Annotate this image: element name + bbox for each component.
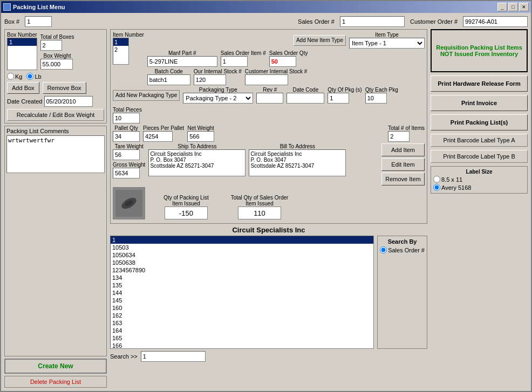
print-packing-button[interactable]: Print Packing List(s) xyxy=(431,114,528,130)
list-item[interactable]: 144 xyxy=(111,289,373,297)
item-number-list[interactable]: 1 2 xyxy=(113,38,129,65)
net-weight-input[interactable]: 566 xyxy=(187,131,214,142)
label-8511-radio[interactable] xyxy=(433,176,440,183)
remove-item-button[interactable]: Remove Item xyxy=(381,173,425,185)
customer-internal-stock-input[interactable] xyxy=(245,74,288,85)
add-new-packaging-button[interactable]: Add New Packaging Type xyxy=(113,90,180,101)
list-item[interactable]: 1 xyxy=(111,236,373,244)
rev-input[interactable] xyxy=(256,93,283,104)
title-bar: Packing List Menu _ □ ✕ xyxy=(1,1,531,13)
list-item[interactable]: 165 xyxy=(111,334,373,342)
box-list-item[interactable]: 1 xyxy=(8,38,37,46)
total-boxes-input[interactable]: 2 xyxy=(40,40,62,51)
qty-issued-value: -150 xyxy=(165,207,208,219)
main-window: Packing List Menu _ □ ✕ Box # 1 Sales Or… xyxy=(0,0,532,392)
pallet-qty-input[interactable]: 34 xyxy=(113,131,140,142)
qty-each-pkg-label: Qty Each Pkg xyxy=(365,87,398,93)
delete-packing-list-button[interactable]: Delete Packing List xyxy=(4,376,107,388)
order-list[interactable]: 1 10503 1050634 1050638 1234567890 134 1… xyxy=(110,236,374,349)
minimize-button[interactable]: _ xyxy=(497,3,507,11)
box-number-col-label: Box Number xyxy=(7,32,37,38)
sales-order-item-input[interactable]: 1 xyxy=(221,56,248,67)
customer-order-label: Customer Order # xyxy=(410,18,458,25)
list-item[interactable]: 164 xyxy=(111,327,373,334)
list-item[interactable]: 162 xyxy=(111,312,373,319)
maximize-button[interactable]: □ xyxy=(508,3,518,11)
comments-textarea[interactable] xyxy=(6,135,105,173)
box-weight-input[interactable]: 55.000 xyxy=(40,59,73,70)
add-new-item-type-button[interactable]: Add New Item Type xyxy=(294,35,346,46)
print-invoice-button[interactable]: Print Invoice xyxy=(431,95,528,111)
sales-order-label: Sales Order # xyxy=(298,18,335,25)
gross-weight-input[interactable]: 5634 xyxy=(113,168,140,178)
packaging-type-select[interactable]: Packaging Type - 2 xyxy=(183,93,253,104)
left-panel: Box Number 1 Total of Boxes 2 Box Weight… xyxy=(4,29,107,388)
add-item-button[interactable]: Add Item xyxy=(381,143,425,156)
qty-each-pkg-input[interactable]: 10 xyxy=(365,93,387,104)
box-number-input[interactable]: 1 xyxy=(25,16,52,27)
sales-order-input[interactable]: 1 xyxy=(340,16,405,27)
search-input[interactable]: 1 xyxy=(141,351,206,362)
list-item[interactable]: 160 xyxy=(111,304,373,312)
list-item[interactable]: 166 xyxy=(111,342,373,349)
bill-to-address: Circuit Specialists IncP. O. Box 3047Sco… xyxy=(249,149,346,176)
gross-weight-label: Gross Weight xyxy=(113,162,145,168)
date-created-input[interactable]: 05/20/2010 xyxy=(44,96,93,107)
list-item[interactable]: 134 xyxy=(111,274,373,281)
total-items-input[interactable]: 2 xyxy=(388,131,410,142)
customer-order-input[interactable]: 992746-A01 xyxy=(463,16,528,27)
batch-code-input[interactable]: batch1 xyxy=(147,74,190,85)
label-size-group: Label Size 8.5 x 11 Avery 5168 xyxy=(431,166,528,194)
lb-radio-label: Lb xyxy=(26,73,41,80)
manf-part-input[interactable]: 5-297LINE xyxy=(147,56,217,67)
print-hardware-button[interactable]: Print Hardware Release Form xyxy=(431,75,528,92)
item-number-item[interactable]: 1 xyxy=(113,38,128,46)
item-type-select[interactable]: Item Type - 1 xyxy=(349,38,425,49)
label-avery-radio[interactable] xyxy=(433,184,440,191)
box-number-label: Box # xyxy=(4,18,19,25)
date-code-input[interactable] xyxy=(287,93,324,104)
list-item[interactable]: 135 xyxy=(111,281,373,289)
sales-order-qty-input[interactable]: 50 xyxy=(269,56,296,67)
app-icon xyxy=(3,3,11,11)
close-button[interactable]: ✕ xyxy=(519,3,529,11)
requisition-box[interactable]: Requisition Packing List Items NOT Issue… xyxy=(431,29,528,72)
list-item[interactable]: 145 xyxy=(111,297,373,304)
pieces-per-pallet-label: Pieces Per Pallet xyxy=(143,125,184,131)
add-box-button[interactable]: Add Box xyxy=(7,82,39,94)
barcode-a-button[interactable]: Print Barcode Label Type A xyxy=(431,134,528,147)
search-panel: Circuit Specialists Inc 1 10503 1050634 … xyxy=(110,226,427,362)
create-new-button[interactable]: Create New xyxy=(4,359,107,374)
box-info-group: Box Number 1 Total of Boxes 2 Box Weight… xyxy=(4,29,107,123)
our-internal-stock-input[interactable]: 120 xyxy=(194,74,226,85)
item-form: Item Number 1 2 Add New Item Type Item T… xyxy=(110,29,427,224)
list-item[interactable]: 163 xyxy=(111,319,373,327)
search-by-sales-order-radio[interactable] xyxy=(380,246,387,253)
item-number-item[interactable]: 2 xyxy=(113,46,128,53)
lower-section: Circuit Specialists Inc 1 10503 1050634 … xyxy=(110,226,427,362)
label-avery-label: Avery 5168 xyxy=(433,184,525,191)
tare-weight-input[interactable]: 56 xyxy=(113,149,140,160)
weight-unit-group: Kg Lb xyxy=(7,73,104,80)
customer-internal-stock-label: Customer Internal Stock # xyxy=(245,68,308,74)
total-pieces-input[interactable]: 10 xyxy=(113,113,140,123)
pieces-per-pallet-input[interactable]: 4254 xyxy=(143,131,173,142)
list-item[interactable]: 1234567890 xyxy=(111,266,373,274)
lb-radio[interactable] xyxy=(26,73,33,80)
item-number-label: Item Number xyxy=(113,32,144,38)
edit-item-button[interactable]: Edit Item xyxy=(381,158,425,171)
box-list[interactable]: 1 xyxy=(7,38,37,70)
recalculate-button[interactable]: Recalculate / Edit Box Weight xyxy=(7,109,104,121)
remove-box-button[interactable]: Remove Box xyxy=(43,82,86,94)
item-type-col-label: Item Type xyxy=(349,32,425,38)
barcode-b-button[interactable]: Print Barcode Label Type B xyxy=(431,150,528,163)
list-item[interactable]: 10503 xyxy=(111,244,373,251)
total-qty-issued-value: 110 xyxy=(238,207,281,219)
label-8511-label: 8.5 x 11 xyxy=(433,176,525,183)
center-panel: Item Number 1 2 Add New Item Type Item T… xyxy=(110,29,427,388)
list-item[interactable]: 1050634 xyxy=(111,251,373,259)
list-item[interactable]: 1050638 xyxy=(111,259,373,266)
kg-radio[interactable] xyxy=(7,73,14,80)
qty-of-pkg-input[interactable]: 1 xyxy=(328,93,349,104)
requisition-text: Requisition Packing List Items NOT Issue… xyxy=(435,44,523,57)
